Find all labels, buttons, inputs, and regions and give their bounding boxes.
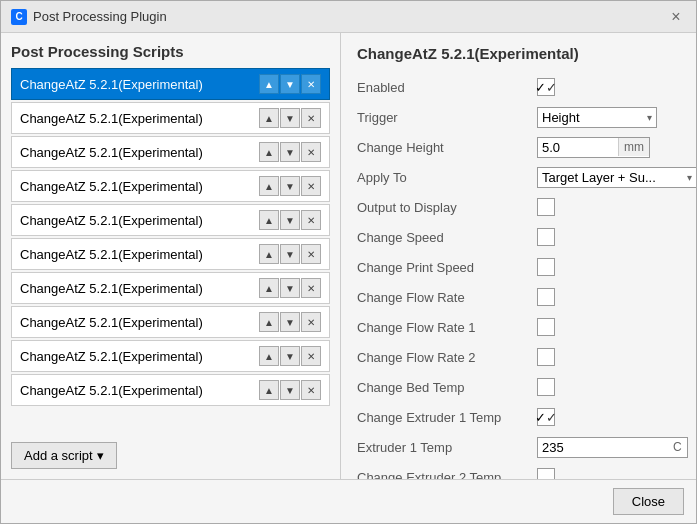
move-up-button[interactable]: ▲ bbox=[259, 74, 279, 94]
dropdown-arrow-icon: ▾ bbox=[97, 448, 104, 463]
move-up-button[interactable]: ▲ bbox=[259, 108, 279, 128]
change-speed-label: Change Speed bbox=[357, 230, 537, 245]
change-print-speed-checkbox[interactable] bbox=[537, 258, 555, 276]
extruder1-temp-label: Extruder 1 Temp bbox=[357, 440, 537, 455]
move-down-button[interactable]: ▼ bbox=[280, 108, 300, 128]
change-speed-row: Change Speed bbox=[357, 224, 680, 250]
remove-button[interactable]: ✕ bbox=[301, 278, 321, 298]
extruder1-temp-row: Extruder 1 Temp C bbox=[357, 434, 680, 460]
change-speed-control bbox=[537, 228, 680, 246]
change-flow-rate-2-checkbox[interactable] bbox=[537, 348, 555, 366]
move-down-button[interactable]: ▼ bbox=[280, 74, 300, 94]
change-speed-checkbox[interactable] bbox=[537, 228, 555, 246]
script-label: ChangeAtZ 5.2.1(Experimental) bbox=[20, 281, 203, 296]
apply-to-label: Apply To bbox=[357, 170, 537, 185]
move-up-button[interactable]: ▲ bbox=[259, 380, 279, 400]
list-item[interactable]: ChangeAtZ 5.2.1(Experimental) ▲ ▼ ✕ bbox=[11, 238, 330, 270]
output-display-label: Output to Display bbox=[357, 200, 537, 215]
change-flow-rate-2-control bbox=[537, 348, 680, 366]
change-extruder1-temp-checkbox[interactable]: ✓ bbox=[537, 408, 555, 426]
move-down-button[interactable]: ▼ bbox=[280, 176, 300, 196]
script-label: ChangeAtZ 5.2.1(Experimental) bbox=[20, 179, 203, 194]
remove-button[interactable]: ✕ bbox=[301, 108, 321, 128]
script-controls: ▲ ▼ ✕ bbox=[259, 312, 321, 332]
list-item[interactable]: ChangeAtZ 5.2.1(Experimental) ▲ ▼ ✕ bbox=[11, 374, 330, 406]
dropdown-arrow-icon: ▾ bbox=[647, 112, 652, 123]
move-up-button[interactable]: ▲ bbox=[259, 142, 279, 162]
title-close-button[interactable]: × bbox=[666, 7, 686, 27]
change-height-input[interactable] bbox=[538, 138, 618, 157]
move-down-button[interactable]: ▼ bbox=[280, 244, 300, 264]
list-item[interactable]: ChangeAtZ 5.2.1(Experimental) ▲ ▼ ✕ bbox=[11, 340, 330, 372]
change-print-speed-label: Change Print Speed bbox=[357, 260, 537, 275]
move-up-button[interactable]: ▲ bbox=[259, 312, 279, 332]
list-item[interactable]: ChangeAtZ 5.2.1(Experimental) ▲ ▼ ✕ bbox=[11, 272, 330, 304]
script-label: ChangeAtZ 5.2.1(Experimental) bbox=[20, 383, 203, 398]
extruder1-temp-control: C bbox=[537, 437, 688, 458]
add-script-button[interactable]: Add a script ▾ bbox=[11, 442, 117, 469]
remove-button[interactable]: ✕ bbox=[301, 244, 321, 264]
list-item[interactable]: ChangeAtZ 5.2.1(Experimental) ▲ ▼ ✕ bbox=[11, 102, 330, 134]
change-bed-temp-control bbox=[537, 378, 680, 396]
remove-button[interactable]: ✕ bbox=[301, 210, 321, 230]
move-down-button[interactable]: ▼ bbox=[280, 346, 300, 366]
trigger-label: Trigger bbox=[357, 110, 537, 125]
apply-to-select[interactable]: Target Layer + Su... ▾ bbox=[537, 167, 696, 188]
change-bed-temp-checkbox[interactable] bbox=[537, 378, 555, 396]
remove-button[interactable]: ✕ bbox=[301, 312, 321, 332]
change-height-row: Change Height mm bbox=[357, 134, 680, 160]
move-up-button[interactable]: ▲ bbox=[259, 210, 279, 230]
extruder1-temp-input-group: C bbox=[537, 437, 688, 458]
change-extruder2-temp-checkbox[interactable] bbox=[537, 468, 555, 479]
move-down-button[interactable]: ▼ bbox=[280, 380, 300, 400]
change-height-input-group: mm bbox=[537, 137, 650, 158]
output-display-checkbox[interactable] bbox=[537, 198, 555, 216]
dialog-title: Post Processing Plugin bbox=[33, 9, 167, 24]
script-controls: ▲ ▼ ✕ bbox=[259, 346, 321, 366]
script-label: ChangeAtZ 5.2.1(Experimental) bbox=[20, 77, 203, 92]
checkmark-icon: ✓ bbox=[535, 410, 546, 425]
script-controls: ▲ ▼ ✕ bbox=[259, 74, 321, 94]
remove-button[interactable]: ✕ bbox=[301, 176, 321, 196]
add-script-label: Add a script bbox=[24, 448, 93, 463]
title-bar: C Post Processing Plugin × bbox=[1, 1, 696, 33]
enabled-checkbox[interactable]: ✓ bbox=[537, 78, 555, 96]
remove-button[interactable]: ✕ bbox=[301, 74, 321, 94]
list-item[interactable]: ChangeAtZ 5.2.1(Experimental) ▲ ▼ ✕ bbox=[11, 170, 330, 202]
change-height-label: Change Height bbox=[357, 140, 537, 155]
script-label: ChangeAtZ 5.2.1(Experimental) bbox=[20, 349, 203, 364]
change-flow-rate-1-checkbox[interactable] bbox=[537, 318, 555, 336]
extruder1-temp-input[interactable] bbox=[538, 438, 668, 457]
list-item[interactable]: ChangeAtZ 5.2.1(Experimental) ▲ ▼ ✕ bbox=[11, 204, 330, 236]
change-extruder1-temp-row: Change Extruder 1 Temp ✓ bbox=[357, 404, 680, 430]
left-panel-title: Post Processing Scripts bbox=[11, 43, 330, 60]
list-item[interactable]: ChangeAtZ 5.2.1(Experimental) ▲ ▼ ✕ bbox=[11, 306, 330, 338]
remove-button[interactable]: ✕ bbox=[301, 142, 321, 162]
script-label: ChangeAtZ 5.2.1(Experimental) bbox=[20, 213, 203, 228]
app-icon: C bbox=[11, 9, 27, 25]
script-label: ChangeAtZ 5.2.1(Experimental) bbox=[20, 145, 203, 160]
script-label: ChangeAtZ 5.2.1(Experimental) bbox=[20, 247, 203, 262]
move-down-button[interactable]: ▼ bbox=[280, 312, 300, 332]
change-extruder1-temp-control: ✓ bbox=[537, 408, 680, 426]
remove-button[interactable]: ✕ bbox=[301, 346, 321, 366]
change-flow-rate-control bbox=[537, 288, 680, 306]
move-up-button[interactable]: ▲ bbox=[259, 176, 279, 196]
move-down-button[interactable]: ▼ bbox=[280, 210, 300, 230]
change-print-speed-row: Change Print Speed bbox=[357, 254, 680, 280]
right-panel: ChangeAtZ 5.2.1(Experimental) Enabled ✓ … bbox=[341, 33, 696, 479]
apply-to-row: Apply To Target Layer + Su... ▾ bbox=[357, 164, 680, 190]
apply-to-value: Target Layer + Su... bbox=[542, 170, 656, 185]
move-up-button[interactable]: ▲ bbox=[259, 244, 279, 264]
close-dialog-button[interactable]: Close bbox=[613, 488, 684, 515]
list-item[interactable]: ChangeAtZ 5.2.1(Experimental) ▲ ▼ ✕ bbox=[11, 68, 330, 100]
move-down-button[interactable]: ▼ bbox=[280, 142, 300, 162]
list-item[interactable]: ChangeAtZ 5.2.1(Experimental) ▲ ▼ ✕ bbox=[11, 136, 330, 168]
move-down-button[interactable]: ▼ bbox=[280, 278, 300, 298]
move-up-button[interactable]: ▲ bbox=[259, 278, 279, 298]
trigger-select[interactable]: Height ▾ bbox=[537, 107, 657, 128]
move-up-button[interactable]: ▲ bbox=[259, 346, 279, 366]
change-flow-rate-2-row: Change Flow Rate 2 bbox=[357, 344, 680, 370]
remove-button[interactable]: ✕ bbox=[301, 380, 321, 400]
change-flow-rate-checkbox[interactable] bbox=[537, 288, 555, 306]
